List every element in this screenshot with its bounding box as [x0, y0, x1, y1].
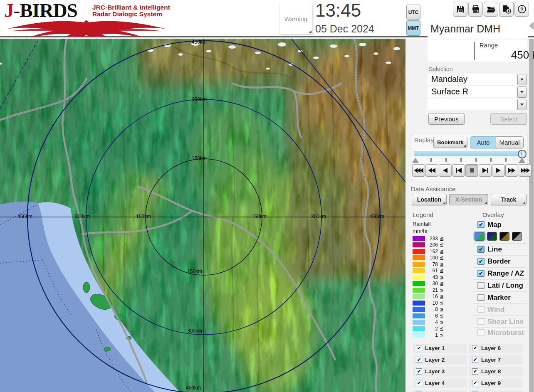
play-button[interactable] — [492, 164, 505, 177]
layer-row-partial — [413, 390, 467, 392]
legend-value: 21 — [425, 287, 438, 293]
fastest-rewind-icon — [414, 168, 423, 173]
slider-end-marker[interactable] — [519, 158, 525, 163]
overlay-item-lati-long[interactable]: Lati / Long — [474, 281, 528, 291]
layer-3-checkbox[interactable]: ✔ — [416, 368, 422, 375]
overlay-item-border[interactable]: ✔ Border — [474, 257, 528, 267]
legend-swatch — [413, 320, 425, 325]
fast-rewind-icon — [428, 168, 435, 173]
legend-swatch — [413, 326, 425, 331]
xsection-button[interactable]: X-Section — [449, 194, 488, 205]
utc-button[interactable]: UTC — [406, 5, 420, 20]
divider — [474, 316, 527, 316]
stop-button[interactable] — [465, 164, 478, 177]
legend-entry: 8≦ — [413, 307, 458, 312]
tick — [505, 158, 507, 162]
marker-checkbox[interactable] — [477, 294, 485, 301]
fastest-rewind-button[interactable] — [412, 164, 425, 177]
print-button[interactable] — [468, 2, 483, 17]
panel-collapse-arrow[interactable] — [529, 22, 534, 30]
layer-6-checkbox[interactable]: ✔ — [472, 345, 478, 351]
site-dropdown-button[interactable] — [517, 74, 527, 85]
layer-1-row[interactable]: ✔Layer 1 — [413, 344, 467, 353]
bookmark-button[interactable]: Bookmark — [433, 137, 467, 148]
track-button[interactable]: Track — [491, 194, 527, 205]
export-button[interactable] — [499, 2, 514, 17]
mmt-button[interactable]: MMT — [406, 20, 420, 36]
layer-8-row[interactable]: ✔Layer 8 — [469, 367, 523, 376]
auto-button[interactable]: Auto — [470, 136, 497, 148]
layer-label: Layer 3 — [425, 368, 445, 375]
legend-value: 1 — [425, 332, 438, 338]
overlay-item-marker[interactable]: Marker — [474, 293, 528, 303]
layer-9-checkbox[interactable]: ✔ — [472, 380, 478, 386]
previous-button[interactable]: Previous — [428, 113, 465, 125]
overlay-item-label: Marker — [487, 293, 511, 302]
legend-unit-line2: mm/hr — [413, 228, 428, 234]
legend-value: 233 — [425, 236, 438, 242]
line-checkbox[interactable]: ✔ — [477, 246, 485, 253]
map-style-black-olive[interactable] — [499, 232, 509, 241]
divider — [474, 255, 527, 256]
ring-label-right-450: 450km — [369, 214, 384, 219]
range-box: Range 450 km — [428, 39, 527, 62]
overlay-item-line[interactable]: ✔ Line — [474, 245, 528, 255]
radar-map[interactable]: 450km 300km 150km 150km 300km 450km 450k… — [0, 39, 405, 392]
save-button[interactable] — [453, 2, 467, 17]
layer-8-checkbox[interactable]: ✔ — [472, 368, 478, 375]
overlay-item-range-az[interactable]: ✔ Range / AZ — [474, 269, 528, 279]
select-button[interactable]: Select — [490, 113, 527, 125]
overlay-item-shear-line: Shear Line — [474, 317, 528, 327]
product-field[interactable]: Surface R — [428, 86, 517, 97]
fastest-forward-icon — [521, 168, 530, 173]
legend-value: 162 — [425, 249, 438, 254]
layer-4-checkbox[interactable]: ✔ — [416, 380, 422, 386]
slider-start-marker[interactable] — [412, 158, 419, 163]
layer-2-checkbox[interactable]: ✔ — [416, 357, 422, 363]
fast-rewind-button[interactable] — [425, 164, 438, 177]
extra-dropdown-button[interactable] — [517, 99, 527, 110]
legend-entry: 30≦ — [413, 281, 458, 286]
range-az-checkbox[interactable]: ✔ — [477, 270, 485, 277]
fast-forward-button[interactable] — [505, 164, 518, 177]
step-back-icon — [456, 168, 462, 173]
layer-6-row[interactable]: ✔Layer 6 — [469, 344, 523, 353]
warning-button[interactable]: Warning — [279, 4, 313, 34]
layer-label: Layer 9 — [481, 380, 501, 386]
legend-entry: 100≦ — [413, 255, 458, 261]
selection-label: Selection — [429, 66, 453, 72]
legend-value: 2 — [425, 326, 438, 332]
open-button[interactable] — [484, 2, 498, 17]
map-style-black-gray[interactable] — [512, 232, 522, 241]
eagle-icon — [4, 19, 168, 37]
fastest-forward-button[interactable] — [519, 164, 532, 177]
layer-2-row[interactable]: ✔Layer 2 — [413, 355, 467, 365]
map-checkbox[interactable]: ✔ — [477, 221, 485, 228]
product-dropdown-button[interactable] — [517, 86, 527, 98]
legend-swatch — [413, 288, 425, 293]
lati-long-checkbox[interactable] — [477, 282, 485, 289]
step-forward-button[interactable] — [479, 164, 492, 177]
layer-7-row[interactable]: ✔Layer 7 — [469, 355, 523, 365]
ring-label-top-450: 450km — [192, 39, 207, 45]
map-style-navy-darkgreen[interactable] — [487, 232, 497, 241]
manual-button[interactable]: Manual — [496, 136, 524, 148]
layer-9-row[interactable]: ✔Layer 9 — [469, 379, 523, 388]
layer-4-row[interactable]: ✔Layer 4 — [413, 379, 467, 388]
logo-subtitle-line1: JRC-Brilliant & Intelligent — [92, 4, 170, 11]
location-button[interactable]: Location — [412, 194, 447, 205]
map-style-blue-green[interactable] — [475, 232, 485, 241]
replay-slider-handle[interactable] — [518, 150, 527, 158]
extra-field[interactable] — [428, 99, 517, 110]
panel-scrollbar[interactable] — [529, 39, 534, 392]
help-button[interactable]: ? — [514, 2, 529, 17]
layer-1-checkbox[interactable]: ✔ — [416, 345, 422, 351]
border-checkbox[interactable]: ✔ — [477, 258, 485, 265]
step-back-button[interactable] — [452, 164, 465, 177]
overlay-item-map[interactable]: ✔ Map — [474, 220, 528, 230]
layer-3-row[interactable]: ✔Layer 3 — [413, 367, 467, 376]
replay-slider[interactable] — [414, 151, 524, 156]
layer-7-checkbox[interactable]: ✔ — [472, 357, 478, 363]
play-reverse-button[interactable] — [439, 164, 452, 177]
site-field[interactable]: Mandalay — [428, 74, 517, 85]
